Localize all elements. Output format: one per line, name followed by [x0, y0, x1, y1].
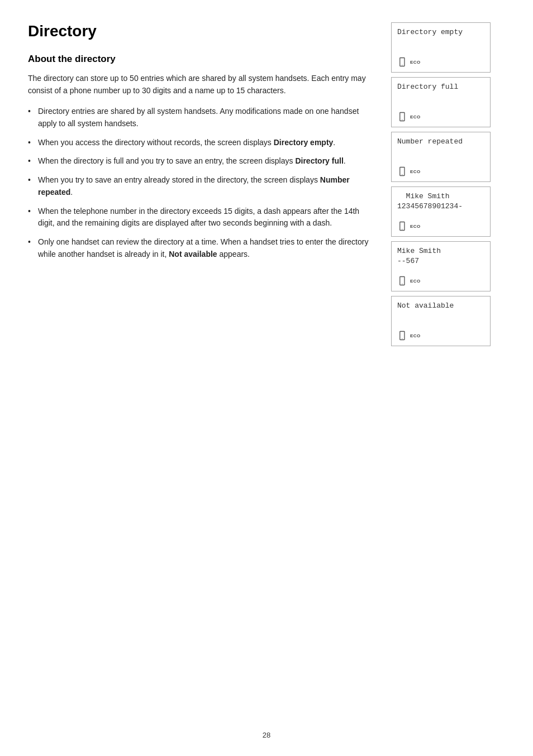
eco-label-1: ECO	[410, 60, 421, 65]
eco-icon-4: ECO	[397, 221, 484, 232]
screen-directory-full-text: Directory full	[397, 82, 484, 92]
bullet-text-3: When the directory is full and you try t…	[38, 156, 346, 165]
screen-not-available: Not available ECO	[391, 296, 491, 346]
bullet-item-6: Only one handset can review the director…	[28, 236, 374, 260]
eco-icon-1: ECO	[397, 56, 484, 68]
page-number: 28	[263, 731, 270, 739]
svg-point-3	[402, 229, 402, 229]
bullet-item-2: When you access the directory without re…	[28, 137, 374, 149]
phone-handset-icon-1	[397, 56, 408, 68]
eco-label-6: ECO	[410, 333, 421, 338]
svg-point-1	[402, 119, 402, 120]
screen-not-available-text: Not available	[397, 301, 484, 311]
screen-number-repeated-text: Number repeated	[397, 137, 484, 147]
phone-handset-icon-5	[397, 275, 408, 286]
eco-icon-2: ECO	[397, 111, 484, 122]
screen-directory-empty: Directory empty ECO	[391, 22, 491, 73]
bullet-text-1: Directory entries are shared by all syst…	[38, 107, 359, 128]
screen-mike-smith-dash-line2: --567	[397, 256, 484, 266]
main-content: Directory About the directory The direct…	[28, 22, 374, 348]
bullet-item-4: When you try to save an entry already st…	[28, 174, 374, 198]
phone-handset-icon-2	[397, 111, 408, 122]
screen-mike-smith-long-line2: 12345678901234-	[397, 202, 484, 212]
bullet-list: Directory entries are shared by all syst…	[28, 106, 374, 260]
eco-icon-3: ECO	[397, 166, 484, 177]
eco-icon-6: ECO	[397, 330, 484, 341]
right-column: Directory empty ECO Directory full	[391, 22, 492, 348]
screen-mike-smith-long: Mike Smith 12345678901234- ECO	[391, 186, 491, 237]
section-title: About the directory	[28, 54, 374, 65]
svg-point-5	[402, 338, 402, 339]
bullet-text-4: When you try to save an entry already st…	[38, 175, 350, 197]
bullet-item-1: Directory entries are shared by all syst…	[28, 106, 374, 130]
eco-label-5: ECO	[410, 279, 421, 284]
screen-mike-smith-long-line1: Mike Smith	[397, 192, 484, 202]
screen-number-repeated: Number repeated ECO	[391, 132, 491, 182]
phone-handset-icon-6	[397, 330, 408, 341]
bullet-text-2: When you access the directory without re…	[38, 138, 335, 147]
phone-handset-icon-4	[397, 221, 408, 232]
screen-mike-smith-dash-line1: Mike Smith	[397, 246, 484, 256]
eco-label-2: ECO	[410, 114, 421, 119]
screen-directory-full: Directory full ECO	[391, 77, 491, 127]
bullet-item-3: When the directory is full and you try t…	[28, 155, 374, 168]
page-title: Directory	[28, 22, 374, 40]
bullet-text-5: When the telephone number in the directo…	[38, 207, 359, 228]
intro-paragraph: The directory can store up to 50 entries…	[28, 73, 374, 97]
screen-directory-empty-text: Directory empty	[397, 27, 484, 37]
eco-label-4: ECO	[410, 224, 421, 229]
screen-mike-smith-dash: Mike Smith --567 ECO	[391, 241, 491, 291]
bullet-text-6: Only one handset can review the director…	[38, 237, 368, 259]
eco-label-3: ECO	[410, 169, 421, 174]
bullet-item-5: When the telephone number in the directo…	[28, 205, 374, 229]
phone-handset-icon-3	[397, 166, 408, 177]
svg-point-4	[402, 284, 402, 284]
svg-point-2	[402, 174, 402, 175]
svg-point-0	[402, 65, 402, 65]
eco-icon-5: ECO	[397, 275, 484, 286]
